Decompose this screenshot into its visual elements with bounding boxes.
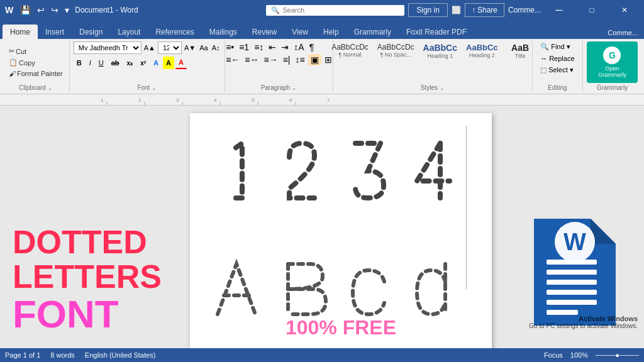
dotted-letter-d bbox=[408, 258, 458, 321]
sort-button[interactable]: ↕A bbox=[292, 41, 306, 53]
highlight-button[interactable]: A bbox=[163, 57, 174, 69]
font-size-select[interactable]: 120 bbox=[158, 41, 182, 54]
decrease-indent-button[interactable]: ⇤ bbox=[267, 41, 278, 53]
font-label: Font ⌄ bbox=[137, 83, 157, 91]
open-grammarly-button[interactable]: G Open Grammarly bbox=[587, 41, 638, 83]
quick-access-toolbar: W 💾 ↩ ↪ ▾ bbox=[5, 5, 71, 15]
svg-rect-17 bbox=[547, 270, 597, 275]
style-heading1[interactable]: AaBbCc Heading 1 bbox=[419, 41, 461, 60]
multilevel-button[interactable]: ≡↕ bbox=[252, 41, 265, 53]
clipboard-label: Clipboard ⌄ bbox=[19, 83, 53, 91]
zoom-slider[interactable]: ────●──── bbox=[596, 351, 639, 359]
tab-foxit[interactable]: Foxit Reader PDF bbox=[399, 25, 474, 39]
svg-text:4: 4 bbox=[214, 97, 217, 103]
font-size-shrink-icon[interactable]: A▼ bbox=[183, 44, 197, 52]
tab-mailings[interactable]: Mailings bbox=[202, 25, 245, 39]
editing-group: 🔍 Find ▾ ↔ Replace ⬚ Select ▾ Editing bbox=[533, 40, 583, 92]
font-name-select[interactable]: Mv Jadheedh Tr bbox=[74, 41, 142, 54]
italic-button[interactable]: I bbox=[86, 57, 94, 69]
text-effects-button[interactable]: A bbox=[150, 57, 162, 69]
clear-formatting-icon[interactable]: Aa bbox=[198, 44, 209, 52]
font-group: Mv Jadheedh Tr A▲ 120 A▼ Aa A↕ B I U ab … bbox=[70, 40, 225, 92]
styles-label: Styles ⌄ bbox=[421, 83, 445, 91]
style-heading2[interactable]: AaBbCc Heading 2 bbox=[462, 41, 502, 60]
format-painter-button[interactable]: 🖌 Format Painter bbox=[6, 69, 65, 79]
doc-page: 100% FREE bbox=[190, 113, 492, 348]
align-center-button[interactable]: ≡↔ bbox=[243, 54, 260, 65]
svg-text:5: 5 bbox=[252, 97, 255, 103]
redo-icon[interactable]: ↪ bbox=[49, 5, 60, 15]
titlebar-right: 🔍 Sign in ⬜ ↑ Share Comme... ─ □ ✕ bbox=[266, 0, 639, 20]
grammarly-label: Grammarly bbox=[597, 83, 628, 91]
bold-button[interactable]: B bbox=[74, 57, 85, 69]
language-info: English (United States) bbox=[85, 351, 156, 359]
strikethrough-button[interactable]: ab bbox=[108, 57, 123, 69]
svg-rect-18 bbox=[547, 280, 597, 285]
overlay-dotted: DOTTED bbox=[13, 225, 182, 260]
line-spacing-button[interactable]: ↕≡ bbox=[293, 54, 306, 65]
tab-layout[interactable]: Layout bbox=[110, 25, 148, 39]
tab-help[interactable]: Help bbox=[316, 25, 347, 39]
ribbon-tabs: Home Insert Design Layout References Mai… bbox=[0, 20, 644, 39]
change-case-icon[interactable]: A↕ bbox=[211, 44, 221, 52]
overlay-font: FONT bbox=[13, 293, 182, 334]
dotted-letter-A bbox=[211, 258, 262, 321]
clipboard-group: ✂ Cut 📋 Copy 🖌 Format Painter Clipboard … bbox=[3, 40, 70, 92]
underline-button[interactable]: U bbox=[96, 57, 107, 69]
replace-icon: ↔ bbox=[540, 55, 547, 62]
tab-grammarly[interactable]: Grammarly bbox=[347, 25, 399, 39]
comm-tab-label[interactable]: Comme... bbox=[601, 26, 644, 39]
font-color-button[interactable]: A bbox=[175, 57, 187, 69]
numbering-button[interactable]: ≡1 bbox=[237, 41, 251, 53]
customize-icon[interactable]: ▾ bbox=[63, 5, 71, 15]
titlebar-left: W 💾 ↩ ↪ ▾ Document1 - Word bbox=[5, 5, 138, 15]
undo-icon[interactable]: ↩ bbox=[35, 5, 47, 15]
font-size-grow-icon[interactable]: A▲ bbox=[143, 44, 157, 52]
tab-references[interactable]: References bbox=[148, 25, 201, 39]
increase-indent-button[interactable]: ⇥ bbox=[279, 41, 291, 53]
signin-button[interactable]: Sign in bbox=[408, 3, 448, 17]
tab-review[interactable]: Review bbox=[245, 25, 284, 39]
tab-view[interactable]: View bbox=[284, 25, 316, 39]
replace-button[interactable]: ↔ Replace bbox=[536, 53, 578, 63]
dotted-number-2 bbox=[280, 138, 324, 207]
style-no-spacing[interactable]: AaBbCcDc ¶ No Spac... bbox=[374, 41, 418, 60]
styles-gallery: AaBbCcDc ¶ Normal AaBbCcDc ¶ No Spac... … bbox=[328, 41, 537, 60]
svg-rect-0 bbox=[38, 94, 644, 106]
tab-home[interactable]: Home bbox=[3, 25, 38, 39]
style-normal[interactable]: AaBbCcDc ¶ Normal bbox=[328, 41, 372, 60]
select-button[interactable]: ⬚ Select ▾ bbox=[536, 65, 577, 75]
align-right-button[interactable]: ≡→ bbox=[262, 54, 279, 65]
paragraph-group: ≡• ≡1 ≡↕ ⇤ ⇥ ↕A ¶ ≡← ≡↔ ≡→ ≡| ↕≡ ▣ ⊞ Par… bbox=[225, 40, 333, 92]
overlay-letters: LETTERS bbox=[13, 260, 182, 294]
show-formatting-button[interactable]: ¶ bbox=[308, 41, 316, 53]
focus-label[interactable]: Focus bbox=[544, 351, 563, 359]
tab-design[interactable]: Design bbox=[72, 25, 110, 39]
bullets-button[interactable]: ≡• bbox=[224, 41, 236, 53]
cut-button[interactable]: ✂ Cut bbox=[6, 46, 29, 57]
save-icon[interactable]: 💾 bbox=[18, 5, 33, 15]
justify-button[interactable]: ≡| bbox=[281, 54, 292, 65]
dotted-number-1 bbox=[220, 138, 258, 207]
overlay-text: DOTTED LETTERS FONT bbox=[0, 212, 195, 347]
titlebar: W 💾 ↩ ↪ ▾ Document1 - Word 🔍 Sign in ⬜ ↑… bbox=[0, 0, 644, 20]
close-button[interactable]: ✕ bbox=[610, 0, 639, 20]
comm-label[interactable]: Comme... bbox=[508, 6, 541, 14]
doc-free-text: 100% FREE bbox=[190, 316, 492, 339]
tab-insert[interactable]: Insert bbox=[38, 25, 72, 39]
align-left-button[interactable]: ≡← bbox=[224, 54, 242, 65]
main-area: DOTTED LETTERS FONT bbox=[0, 106, 644, 348]
subscript-button[interactable]: x₂ bbox=[124, 57, 136, 69]
minimize-button[interactable]: ─ bbox=[545, 0, 574, 20]
expand-icon[interactable]: ⬜ bbox=[452, 6, 461, 14]
search-bar[interactable]: 🔍 bbox=[266, 5, 404, 16]
maximize-button[interactable]: □ bbox=[577, 0, 606, 20]
find-button[interactable]: 🔍 Find ▾ bbox=[536, 41, 574, 52]
superscript-button[interactable]: x² bbox=[137, 57, 149, 69]
search-input[interactable] bbox=[282, 6, 377, 14]
copy-button[interactable]: 📋 Copy bbox=[6, 57, 38, 68]
grammarly-group: G Open Grammarly Grammarly bbox=[583, 40, 641, 92]
shading-button[interactable]: ▣ bbox=[308, 54, 321, 65]
share-button[interactable]: ↑ Share bbox=[465, 3, 504, 17]
page-info: Page 1 of 1 bbox=[5, 351, 40, 359]
